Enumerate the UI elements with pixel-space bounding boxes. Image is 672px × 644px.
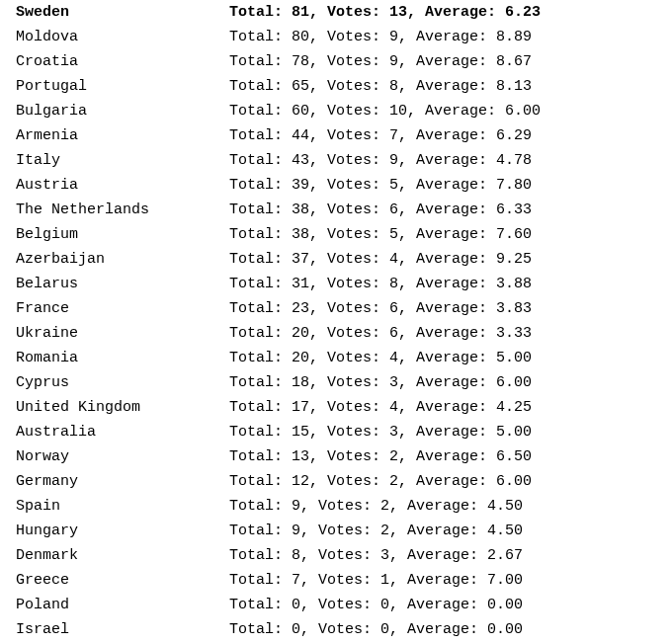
stats-text: Total: 8, Votes: 3, Average: 2.67 [229, 547, 523, 564]
country-name: Norway [16, 444, 229, 469]
country-name: Israel [16, 617, 229, 642]
stats-text: Total: 65, Votes: 8, Average: 8.13 [229, 78, 532, 95]
stats-text: Total: 37, Votes: 4, Average: 9.25 [229, 251, 532, 268]
result-row: DenmarkTotal: 8, Votes: 3, Average: 2.67 [16, 543, 656, 568]
result-row: AustraliaTotal: 15, Votes: 3, Average: 5… [16, 420, 656, 444]
stats-text: Total: 81, Votes: 13, Average: 6.23 [229, 4, 541, 21]
stats-text: Total: 0, Votes: 0, Average: 0.00 [229, 621, 523, 638]
stats-text: Total: 38, Votes: 6, Average: 6.33 [229, 201, 532, 218]
country-name: Portugal [16, 74, 229, 99]
country-name: United Kingdom [16, 395, 229, 420]
result-row: ItalyTotal: 43, Votes: 9, Average: 4.78 [16, 148, 656, 173]
result-row: FranceTotal: 23, Votes: 6, Average: 3.83 [16, 296, 656, 321]
stats-text: Total: 15, Votes: 3, Average: 5.00 [229, 424, 532, 441]
stats-text: Total: 39, Votes: 5, Average: 7.80 [229, 177, 532, 194]
stats-text: Total: 17, Votes: 4, Average: 4.25 [229, 399, 532, 416]
stats-text: Total: 20, Votes: 4, Average: 5.00 [229, 350, 532, 366]
country-name: Denmark [16, 543, 229, 568]
country-name: Belarus [16, 272, 229, 296]
stats-text: Total: 80, Votes: 9, Average: 8.89 [229, 29, 532, 45]
result-row: PolandTotal: 0, Votes: 0, Average: 0.00 [16, 593, 656, 617]
vote-results-list: SwedenTotal: 81, Votes: 13, Average: 6.2… [16, 0, 656, 642]
stats-text: Total: 44, Votes: 7, Average: 6.29 [229, 127, 532, 144]
country-name: Romania [16, 346, 229, 370]
stats-text: Total: 9, Votes: 2, Average: 4.50 [229, 523, 523, 539]
result-row: The NetherlandsTotal: 38, Votes: 6, Aver… [16, 198, 656, 222]
result-row: ArmeniaTotal: 44, Votes: 7, Average: 6.2… [16, 123, 656, 148]
stats-text: Total: 9, Votes: 2, Average: 4.50 [229, 498, 523, 515]
country-name: Cyprus [16, 370, 229, 395]
country-name: Armenia [16, 123, 229, 148]
country-name: Germany [16, 469, 229, 494]
result-row: CyprusTotal: 18, Votes: 3, Average: 6.00 [16, 370, 656, 395]
stats-text: Total: 12, Votes: 2, Average: 6.00 [229, 473, 532, 490]
result-row: NorwayTotal: 13, Votes: 2, Average: 6.50 [16, 444, 656, 469]
stats-text: Total: 31, Votes: 8, Average: 3.88 [229, 276, 532, 292]
result-row: IsraelTotal: 0, Votes: 0, Average: 0.00 [16, 617, 656, 642]
country-name: Sweden [16, 0, 229, 25]
result-row: United KingdomTotal: 17, Votes: 4, Avera… [16, 395, 656, 420]
stats-text: Total: 43, Votes: 9, Average: 4.78 [229, 152, 532, 169]
stats-text: Total: 20, Votes: 6, Average: 3.33 [229, 325, 532, 342]
country-name: Italy [16, 148, 229, 173]
country-name: Hungary [16, 519, 229, 543]
country-name: Croatia [16, 49, 229, 74]
stats-text: Total: 78, Votes: 9, Average: 8.67 [229, 53, 532, 70]
result-row: AustriaTotal: 39, Votes: 5, Average: 7.8… [16, 173, 656, 198]
country-name: Ukraine [16, 321, 229, 346]
result-row: BelarusTotal: 31, Votes: 8, Average: 3.8… [16, 272, 656, 296]
country-name: Bulgaria [16, 99, 229, 123]
result-row: GermanyTotal: 12, Votes: 2, Average: 6.0… [16, 469, 656, 494]
stats-text: Total: 38, Votes: 5, Average: 7.60 [229, 226, 532, 243]
country-name: Belgium [16, 222, 229, 247]
stats-text: Total: 60, Votes: 10, Average: 6.00 [229, 103, 541, 120]
result-row: PortugalTotal: 65, Votes: 8, Average: 8.… [16, 74, 656, 99]
result-row: RomaniaTotal: 20, Votes: 4, Average: 5.0… [16, 346, 656, 370]
result-row: HungaryTotal: 9, Votes: 2, Average: 4.50 [16, 519, 656, 543]
result-row: BulgariaTotal: 60, Votes: 10, Average: 6… [16, 99, 656, 123]
stats-text: Total: 13, Votes: 2, Average: 6.50 [229, 448, 532, 465]
country-name: France [16, 296, 229, 321]
stats-text: Total: 18, Votes: 3, Average: 6.00 [229, 374, 532, 391]
country-name: Moldova [16, 25, 229, 49]
country-name: Azerbaijan [16, 247, 229, 272]
stats-text: Total: 7, Votes: 1, Average: 7.00 [229, 572, 523, 589]
result-row: GreeceTotal: 7, Votes: 1, Average: 7.00 [16, 568, 656, 593]
result-row: UkraineTotal: 20, Votes: 6, Average: 3.3… [16, 321, 656, 346]
result-row: SwedenTotal: 81, Votes: 13, Average: 6.2… [16, 0, 656, 25]
result-row: MoldovaTotal: 80, Votes: 9, Average: 8.8… [16, 25, 656, 49]
country-name: Greece [16, 568, 229, 593]
country-name: Australia [16, 420, 229, 444]
stats-text: Total: 23, Votes: 6, Average: 3.83 [229, 300, 532, 317]
result-row: BelgiumTotal: 38, Votes: 5, Average: 7.6… [16, 222, 656, 247]
result-row: AzerbaijanTotal: 37, Votes: 4, Average: … [16, 247, 656, 272]
country-name: Austria [16, 173, 229, 198]
result-row: CroatiaTotal: 78, Votes: 9, Average: 8.6… [16, 49, 656, 74]
result-row: SpainTotal: 9, Votes: 2, Average: 4.50 [16, 494, 656, 519]
country-name: Spain [16, 494, 229, 519]
country-name: The Netherlands [16, 198, 229, 222]
stats-text: Total: 0, Votes: 0, Average: 0.00 [229, 597, 523, 613]
country-name: Poland [16, 593, 229, 617]
